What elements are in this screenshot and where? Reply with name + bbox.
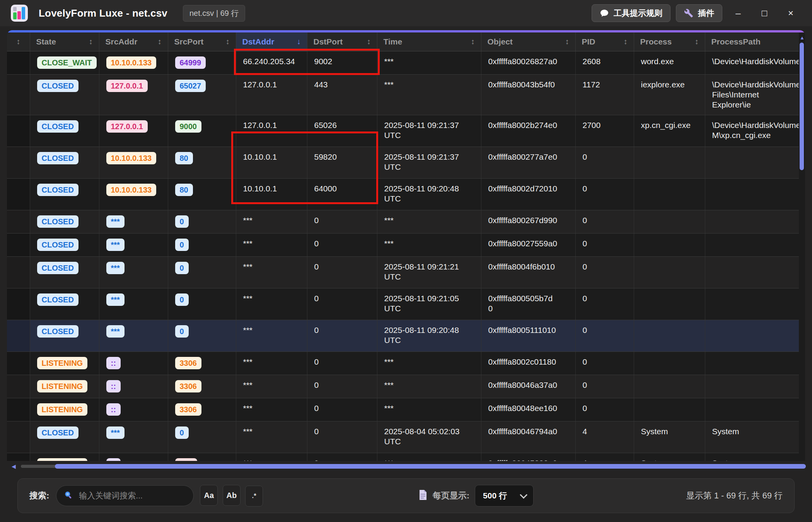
cell-srcaddr: *** xyxy=(99,210,168,233)
match-word-button[interactable]: Ab xyxy=(223,485,241,506)
table-row[interactable]: LISTENING::3306***0***0xfffffa8002c01180… xyxy=(7,351,799,375)
minimize-button[interactable]: – xyxy=(728,4,749,22)
value-badge-blue: *** xyxy=(106,239,125,251)
cell-pid: 0 xyxy=(575,320,634,351)
table-row[interactable]: CLOSE_WAIT10.10.0.1336499966.240.205.349… xyxy=(7,51,799,74)
cell-pid: 1172 xyxy=(575,74,634,115)
table-row[interactable]: CLOSED127.0.0.165027127.0.0.1443***0xfff… xyxy=(7,74,799,115)
table-row[interactable]: CLOSED***0***0***0xfffffa80027559a00 xyxy=(7,233,799,256)
column-header-srcport[interactable]: SrcPort↕ xyxy=(168,32,236,51)
table-row[interactable]: LISTENING::3306***0***0xfffffa80046a37a0… xyxy=(7,375,799,398)
search-icon xyxy=(63,490,73,502)
cell-pid: 0 xyxy=(575,398,634,421)
column-header-dstport[interactable]: DstPort↕ xyxy=(307,32,377,51)
row-grip-cell[interactable] xyxy=(7,115,30,147)
match-case-button[interactable]: Aa xyxy=(200,485,218,506)
search-box[interactable] xyxy=(56,485,194,506)
file-info-badge: net.csv | 69 行 xyxy=(183,5,245,22)
cell-process: iexplore.exe xyxy=(634,74,705,115)
table-row[interactable]: LISTENING::3306***0***0xfffffa80048ee160… xyxy=(7,398,799,421)
cell-object: 0xfffffa80048ee160 xyxy=(481,398,575,421)
column-label: Object xyxy=(488,37,513,46)
row-grip-cell[interactable] xyxy=(7,74,30,115)
search-options: Aa Ab .* xyxy=(200,485,263,507)
column-header-state[interactable]: State↕ xyxy=(30,32,99,51)
scroll-left-arrow-icon[interactable]: ◀ xyxy=(12,463,16,469)
cell-time: 2025-08-11 09:21:05 UTC xyxy=(377,288,481,320)
maximize-button[interactable]: □ xyxy=(754,4,775,22)
column-header-process[interactable]: Process↕ xyxy=(634,32,705,51)
row-grip-cell[interactable] xyxy=(7,233,30,256)
value-badge-blue: 80 xyxy=(175,152,193,164)
column-label: SrcAddr xyxy=(106,37,138,46)
row-grip-cell[interactable] xyxy=(7,320,30,351)
table-row[interactable]: CLOSED***0***02025-08-11 09:21:21 UTC0xf… xyxy=(7,256,799,288)
table-row[interactable]: CLOSED***0***0***0xfffffa800267d9900 xyxy=(7,210,799,233)
column-header-dstaddr[interactable]: DstAddr↓ xyxy=(236,32,307,51)
close-button[interactable]: × xyxy=(780,4,801,22)
cell-srcport: 65027 xyxy=(168,74,236,115)
row-grip-cell[interactable] xyxy=(7,256,30,288)
cell-time: 2025-08-11 09:21:21 UTC xyxy=(377,256,481,288)
page-size-select[interactable]: 500 行 xyxy=(475,485,534,507)
regex-button[interactable]: .* xyxy=(245,486,263,507)
scroll-up-arrow-icon[interactable]: ▲ xyxy=(800,35,805,41)
table-row[interactable]: CLOSED127.0.0.19000127.0.0.1650262025-08… xyxy=(7,115,799,147)
cell-processpath xyxy=(705,351,799,375)
table-row[interactable]: CLOSED***0***02025-08-04 05:02:03 UTC0xf… xyxy=(7,421,799,453)
row-grip-cell[interactable] xyxy=(7,375,30,398)
value-badge-blue: CLOSED xyxy=(37,152,78,164)
vertical-scrollbar-thumb[interactable] xyxy=(800,43,804,170)
sort-toggle-icon: ↕ xyxy=(565,37,569,46)
row-grip-cell[interactable] xyxy=(7,351,30,375)
horizontal-scrollbar-thumb[interactable] xyxy=(55,464,806,469)
cell-process: xp.cn_cgi.exe xyxy=(634,115,705,147)
cell-process xyxy=(634,210,705,233)
value-badge-blue: 0 xyxy=(175,426,189,439)
vertical-scrollbar[interactable]: ▲ xyxy=(799,32,805,461)
tooltip-rules-button[interactable]: 工具提示规则 xyxy=(592,4,670,22)
red-highlight-box-1 xyxy=(234,49,380,75)
table-row[interactable]: CLOSED***0***02025-08-11 09:20:48 UTC0xf… xyxy=(7,320,799,351)
value-badge-blue: CLOSED xyxy=(37,184,78,196)
plugins-label: 插件 xyxy=(698,8,714,19)
cell-processpath xyxy=(705,398,799,421)
row-grip-cell[interactable] xyxy=(7,398,30,421)
value-badge-purple: :: xyxy=(106,458,121,461)
table-row[interactable]: CLOSED10.10.0.1338010.10.0.1640002025-08… xyxy=(7,178,799,210)
search-input[interactable] xyxy=(78,491,186,501)
horizontal-scrollbar[interactable]: ◀ xyxy=(12,463,807,469)
column-header-time[interactable]: Time↕ xyxy=(377,32,481,51)
row-grip-cell[interactable] xyxy=(7,453,30,461)
row-grip-cell[interactable] xyxy=(7,210,30,233)
cell-time: *** xyxy=(377,351,481,375)
row-grip-cell[interactable] xyxy=(7,421,30,453)
value-badge-purple: 64999 xyxy=(175,56,206,69)
column-header-processpath[interactable]: ProcessPath xyxy=(705,32,799,51)
row-grip-cell[interactable] xyxy=(7,147,30,178)
column-header-pid[interactable]: PID↕ xyxy=(575,32,634,51)
value-badge-pink: 127.0.0.1 xyxy=(106,120,148,133)
column-header-object[interactable]: Object↕ xyxy=(481,32,575,51)
column-header-grip[interactable]: ↕ xyxy=(7,32,30,51)
cell-srcaddr: *** xyxy=(99,256,168,288)
value-badge-purple: :: xyxy=(106,403,121,416)
cell-srcport: 0 xyxy=(168,210,236,233)
table-row[interactable]: CLOSED***0***02025-08-11 09:21:05 UTC0xf… xyxy=(7,288,799,320)
plugins-button[interactable]: 插件 xyxy=(676,4,722,22)
data-table-panel: ↕State↕SrcAddr↕SrcPort↕DstAddr↓DstPort↕T… xyxy=(7,30,805,461)
row-grip-cell[interactable] xyxy=(7,288,30,320)
cell-process xyxy=(634,398,705,421)
cell-state: CLOSED xyxy=(30,210,99,233)
table-row[interactable]: LISTENING::445***0***0xfffffa80045822e04… xyxy=(7,453,799,461)
cell-dstaddr: *** xyxy=(236,288,307,320)
row-grip-cell[interactable] xyxy=(7,178,30,210)
cell-srcaddr: :: xyxy=(99,375,168,398)
table-row[interactable]: CLOSED10.10.0.1338010.10.0.1598202025-08… xyxy=(7,147,799,178)
cell-process xyxy=(634,256,705,288)
column-header-srcaddr[interactable]: SrcAddr↕ xyxy=(99,32,168,51)
value-badge-blue: 65027 xyxy=(175,80,206,92)
column-label: SrcPort xyxy=(174,37,204,46)
cell-srcport: 445 xyxy=(168,453,236,461)
row-grip-cell[interactable] xyxy=(7,51,30,74)
